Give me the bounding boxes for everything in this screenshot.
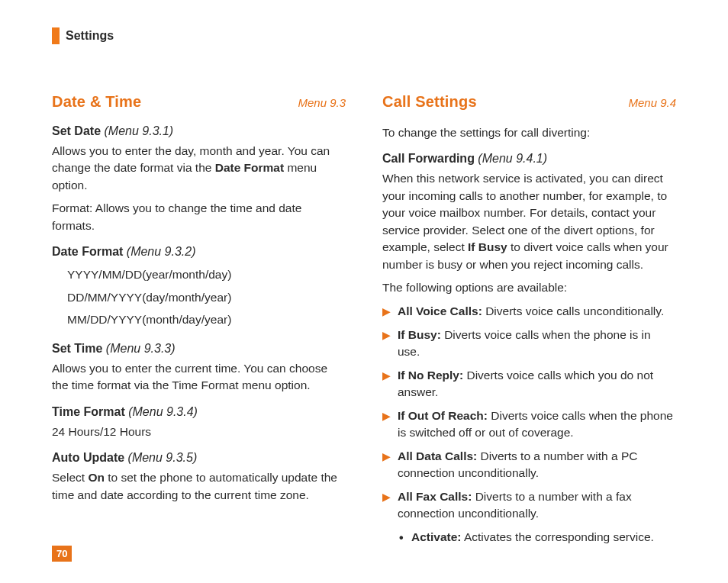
list-item: ▶ All Voice Calls: Diverts voice calls u… [382,303,676,320]
subhead-set-time: Set Time (Menu 9.3.3) [52,342,346,356]
subhead-auto-update: Auto Update (Menu 9.3.5) [52,451,346,465]
paragraph: 24 Hours/12 Hours [52,424,346,440]
list-item: ▶ All Data Calls: Diverts to a number wi… [382,448,676,482]
sub-option-activate: • Activate: Activates the corresponding … [382,529,676,546]
arrow-icon: ▶ [382,490,391,505]
section-title: Call Settings [382,93,477,111]
paragraph: Allows you to enter the day, month and y… [52,143,346,194]
sub-menu: (Menu 9.3.4) [128,405,198,418]
sub-title: Time Format [52,405,125,418]
paragraph: The following options are available: [382,279,676,296]
section-head-date-time: Date & Time Menu 9.3 [52,93,346,111]
arrow-icon: ▶ [382,449,391,465]
section-menu-ref: Menu 9.3 [298,96,346,109]
header-title: Settings [66,29,114,43]
section-menu-ref: Menu 9.4 [628,96,676,109]
arrow-icon: ▶ [382,409,391,424]
sub-title: Date Format [52,245,123,258]
page-header: Settings [52,27,114,44]
right-column: Call Settings Menu 9.4 To change the set… [382,93,676,546]
bold-text: Date Format [215,161,284,174]
format-options: YYYY/MM/DD(year/month/day) DD/MM/YYYY(da… [52,263,346,330]
subhead-time-format: Time Format (Menu 9.3.4) [52,405,346,419]
format-option: MM/DD/YYYY(month/day/year) [67,308,346,330]
sub-menu: (Menu 9.3.3) [106,342,176,355]
list-item: ▶ If Out Of Reach: Diverts voice calls w… [382,407,676,441]
sub-menu: (Menu 9.4.1) [478,152,547,165]
divert-options-list: ▶ All Voice Calls: Diverts voice calls u… [382,303,676,522]
paragraph: Format: Allows you to change the time an… [52,200,346,234]
sub-menu: (Menu 9.3.1) [104,124,173,137]
list-item: ▶ If Busy: Diverts voice calls when the … [382,327,676,360]
text: Select [52,471,88,484]
arrow-icon: ▶ [382,304,391,320]
sub-menu: (Menu 9.3.5) [128,451,198,464]
subhead-call-forwarding: Call Forwarding (Menu 9.4.1) [382,152,676,166]
section-title: Date & Time [52,93,141,111]
sub-title: Auto Update [52,451,124,464]
paragraph: To change the settings for call divertin… [382,124,676,141]
arrow-icon: ▶ [382,369,391,384]
format-option: DD/MM/YYYY(day/month/year) [67,286,346,308]
option-label: Activate: [411,530,461,543]
option-desc: Activates the corresponding service. [461,530,653,543]
subhead-date-format: Date Format (Menu 9.3.2) [52,245,346,259]
header-accent-bar [52,27,60,44]
bold-text: If Busy [468,240,507,253]
page-number: 70 [52,546,72,562]
section-head-call-settings: Call Settings Menu 9.4 [382,93,676,111]
option-label: All Data Calls: [398,449,477,462]
format-option: YYYY/MM/DD(year/month/day) [67,263,346,285]
paragraph: Select On to set the phone to automatica… [52,469,346,504]
sub-title: Set Date [52,124,101,137]
paragraph: When this network service is activated, … [382,170,676,273]
subhead-set-date: Set Date (Menu 9.3.1) [52,124,346,138]
paragraph: Allows you to enter the current time. Yo… [52,360,346,395]
option-label: All Voice Calls: [398,304,482,317]
left-column: Date & Time Menu 9.3 Set Date (Menu 9.3.… [52,93,346,546]
option-label: If Out Of Reach: [398,409,488,422]
sub-menu: (Menu 9.3.2) [127,245,196,258]
option-label: If No Reply: [398,369,463,382]
list-item: ▶ If No Reply: Diverts voice calls which… [382,367,676,401]
list-item: ▶ All Fax Calls: Diverts to a number wit… [382,488,676,522]
bullet-icon: • [399,530,404,547]
option-label: All Fax Calls: [398,490,472,503]
option-desc: Diverts voice calls unconditionally. [482,304,664,317]
content-columns: Date & Time Menu 9.3 Set Date (Menu 9.3.… [52,93,676,546]
sub-title: Set Time [52,342,102,355]
bold-text: On [88,471,105,484]
sub-title: Call Forwarding [382,152,475,165]
arrow-icon: ▶ [382,328,391,343]
option-label: If Busy: [398,328,441,341]
